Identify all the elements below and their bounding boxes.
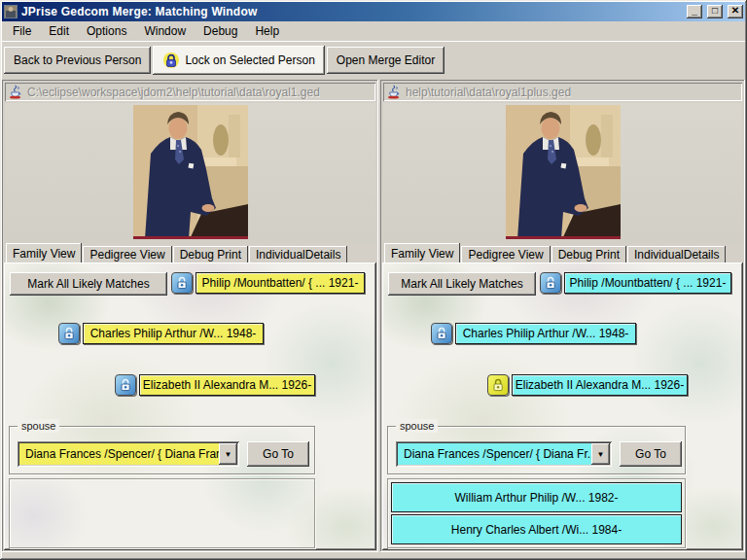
app-window: JPrise Gedcom Merge: Matching Window _ □… — [0, 0, 747, 560]
menu-options[interactable]: Options — [78, 22, 135, 40]
java-cup-icon — [387, 85, 402, 99]
left-tabbed-pane: Family View Pedigree View Debug Print In… — [4, 243, 376, 550]
window-title: JPrise Gedcom Merge: Matching Window — [21, 5, 682, 18]
padlock-icon — [120, 378, 131, 392]
padlock-icon — [63, 327, 75, 340]
person-label: Henry Charles Albert /Wi... 1984- — [451, 523, 622, 537]
chevron-down-icon[interactable]: ▼ — [219, 443, 237, 465]
person-label: Charles Philip Arthur /W... 1948- — [463, 327, 629, 340]
left-person-button-philip[interactable]: Philip /Mountbatten/ { ... 1921- — [196, 272, 365, 294]
left-person-button-charles[interactable]: Charles Philip Arthur /W... 1948- — [83, 323, 264, 344]
menu-help[interactable]: Help — [246, 22, 288, 40]
right-tab-individual-details[interactable]: IndividualDetails — [627, 246, 726, 262]
right-family-view: Mark All Likely Matches Philip /Mountbat… — [382, 262, 743, 550]
left-lock-toggle-elizabeth[interactable] — [115, 374, 136, 396]
maximize-button[interactable]: □ — [707, 5, 723, 18]
lock-on-selected-person-button[interactable]: Lock on Selected Person — [153, 46, 324, 75]
left-gedcom-panel: C:\eclipse\workspace\jdom2\help\tutorial… — [2, 80, 378, 552]
person-label: Charles Philip Arthur /W... 1948- — [90, 327, 257, 340]
lock-button-label: Lock on Selected Person — [185, 53, 314, 67]
go-to-label: Go To — [263, 447, 294, 461]
right-go-to-button[interactable]: Go To — [620, 441, 682, 467]
left-file-path-bar: C:\eclipse\workspace\jdom2\help\tutorial… — [5, 83, 375, 101]
left-go-to-button[interactable]: Go To — [247, 441, 309, 467]
open-merge-editor-button[interactable]: Open Merge Editor — [327, 47, 445, 74]
padlock-icon — [162, 52, 180, 69]
right-spouse-group: spouse Diana Frances /Spencer/ { Diana F… — [387, 426, 686, 474]
right-tab-pedigree-view[interactable]: Pedigree View — [461, 246, 550, 262]
padlock-icon — [436, 327, 447, 340]
menu-debug[interactable]: Debug — [195, 22, 246, 40]
person-label: Elizabeth II Alexandra M... 1926- — [516, 378, 684, 392]
right-person-button-william[interactable]: William Arthur Philip /W... 1982- — [391, 482, 682, 512]
right-tab-debug-print[interactable]: Debug Print — [551, 246, 626, 262]
person-label: Philip /Mountbatten/ { ... 1921- — [570, 276, 727, 290]
right-children-panel: William Arthur Philip /W... 1982- Henry … — [387, 478, 686, 548]
combo-value: Diana Frances /Spencer/ { Diana Fran... — [19, 443, 219, 465]
spouse-group-label: spouse — [396, 419, 438, 433]
right-person-button-elizabeth[interactable]: Elizabeth II Alexandra M... 1926- — [512, 374, 688, 396]
left-tab-pedigree-view[interactable]: Pedigree View — [83, 246, 171, 262]
right-person-button-henry[interactable]: Henry Charles Albert /Wi... 1984- — [391, 514, 682, 544]
menu-window[interactable]: Window — [135, 22, 195, 40]
mark-all-label: Mark All Likely Matches — [27, 277, 149, 291]
left-lock-toggle-charles[interactable] — [58, 323, 80, 344]
java-cup-icon — [9, 85, 23, 99]
left-file-path: C:\eclipse\workspace\jdom2\help\tutorial… — [27, 86, 320, 99]
padlock-icon — [176, 276, 188, 290]
person-label: Elizabeth II Alexandra M... 1926- — [143, 378, 311, 392]
menu-file[interactable]: File — [4, 22, 40, 40]
right-file-path: help\tutorial\data\royal1plus.ged — [406, 86, 571, 99]
person-label: Philip /Mountbatten/ { ... 1921- — [202, 276, 359, 290]
minimize-button[interactable]: _ — [687, 5, 702, 18]
right-lock-toggle-charles[interactable] — [431, 323, 452, 344]
right-gedcom-panel: help\tutorial\data\royal1plus.ged Family… — [380, 80, 745, 552]
left-spouse-group: spouse Diana Frances /Spencer/ { Diana F… — [9, 426, 315, 474]
combo-value: Diana Frances /Spencer/ { Diana Fr... — [398, 443, 591, 465]
right-lock-toggle-philip[interactable] — [540, 272, 561, 294]
right-person-button-philip[interactable]: Philip /Mountbatten/ { ... 1921- — [564, 272, 731, 294]
right-person-button-charles[interactable]: Charles Philip Arthur /W... 1948- — [455, 323, 636, 344]
left-tab-individual-details[interactable]: IndividualDetails — [249, 246, 347, 262]
right-photo-area — [383, 103, 742, 243]
right-mark-all-likely-matches-button[interactable]: Mark All Likely Matches — [388, 272, 536, 296]
padlock-icon — [492, 378, 504, 392]
title-bar: JPrise Gedcom Merge: Matching Window _ □… — [2, 2, 745, 21]
menu-bar: File Edit Options Window Debug Help — [2, 21, 745, 41]
toolbar: Back to Previous Person Lock on Selected… — [2, 41, 745, 78]
merge-button-label: Open Merge Editor — [337, 53, 435, 67]
left-person-button-elizabeth[interactable]: Elizabeth II Alexandra M... 1926- — [139, 374, 315, 396]
left-spouse-combo[interactable]: Diana Frances /Spencer/ { Diana Fran... … — [18, 441, 239, 467]
back-button-label: Back to Previous Person — [14, 53, 141, 67]
right-tab-family-view[interactable]: Family View — [384, 243, 460, 262]
left-lock-toggle-philip[interactable] — [171, 272, 193, 294]
left-portrait-photo — [133, 105, 248, 239]
left-family-view: Mark All Likely Matches Philip /Mountbat… — [4, 262, 376, 550]
padlock-icon — [545, 276, 556, 290]
window-bottom-edge — [2, 552, 745, 558]
right-tabs: Family View Pedigree View Debug Print In… — [382, 243, 743, 262]
left-tabs: Family View Pedigree View Debug Print In… — [4, 243, 376, 262]
go-to-label: Go To — [635, 447, 666, 461]
left-mark-all-likely-matches-button[interactable]: Mark All Likely Matches — [10, 272, 167, 296]
right-tabbed-pane: Family View Pedigree View Debug Print In… — [382, 243, 743, 550]
right-spouse-combo[interactable]: Diana Frances /Spencer/ { Diana Fr... ▼ — [396, 441, 612, 467]
left-tab-family-view[interactable]: Family View — [6, 243, 82, 262]
app-icon — [4, 5, 18, 18]
person-label: William Arthur Philip /W... 1982- — [454, 491, 618, 505]
right-lock-toggle-elizabeth[interactable] — [487, 374, 509, 396]
mark-all-label: Mark All Likely Matches — [401, 277, 522, 291]
spouse-group-label: spouse — [18, 419, 59, 433]
left-tab-debug-print[interactable]: Debug Print — [173, 246, 248, 262]
back-to-previous-person-button[interactable]: Back to Previous Person — [4, 47, 151, 74]
menu-edit[interactable]: Edit — [40, 22, 78, 40]
chevron-down-icon[interactable]: ▼ — [591, 443, 610, 465]
left-children-panel — [9, 478, 315, 548]
left-photo-area — [5, 103, 375, 243]
right-file-path-bar: help\tutorial\data\royal1plus.ged — [383, 83, 742, 101]
close-button[interactable]: ✕ — [728, 5, 743, 18]
right-portrait-photo — [506, 105, 621, 239]
